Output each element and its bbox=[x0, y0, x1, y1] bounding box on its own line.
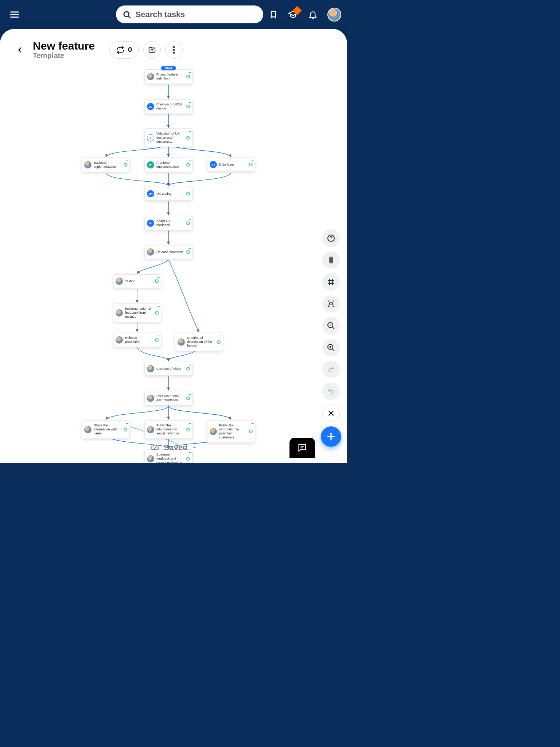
node-menu-icon[interactable]: ••• bbox=[158, 276, 159, 279]
svg-line-35 bbox=[332, 349, 334, 351]
node-validation[interactable]: ••• 2 Validation of UX design and custom… bbox=[144, 128, 192, 147]
node-share-social[interactable]: ••• Public the information on social net… bbox=[144, 420, 192, 439]
node-status-icon bbox=[124, 428, 127, 431]
node-project-definition[interactable]: Start ••• Project/feature definition bbox=[144, 69, 192, 84]
search-icon bbox=[122, 10, 131, 19]
repeat-count-button[interactable]: 0 bbox=[109, 41, 139, 59]
node-label: Release superdev bbox=[156, 250, 184, 254]
node-release-superdev[interactable]: ••• Release superdev bbox=[144, 245, 192, 259]
fit-button[interactable] bbox=[322, 295, 340, 313]
node-label: Adapt UX feedback bbox=[156, 219, 184, 227]
svg-line-4 bbox=[128, 16, 130, 18]
node-avatar bbox=[84, 426, 92, 433]
node-frontend[interactable]: ••• TP Frontend implementation bbox=[144, 158, 192, 172]
grid-icon bbox=[327, 278, 335, 286]
node-label: Public the information to potential cust… bbox=[219, 423, 247, 440]
add-node-fab[interactable] bbox=[321, 426, 341, 447]
node-menu-icon[interactable]: ••• bbox=[252, 422, 253, 425]
redo-icon bbox=[326, 366, 336, 373]
node-ux-testing[interactable]: ••• MN UX testing bbox=[144, 187, 192, 201]
node-avatar bbox=[147, 248, 154, 256]
node-avatar bbox=[210, 428, 217, 435]
node-description[interactable]: ••• Creation of description of the featu… bbox=[175, 333, 223, 351]
menu-button[interactable] bbox=[6, 9, 23, 20]
node-label: Creation of UX/UI design bbox=[156, 102, 184, 111]
node-menu-icon[interactable]: ••• bbox=[189, 188, 191, 191]
more-button[interactable] bbox=[165, 41, 183, 59]
node-avatar: DV bbox=[147, 103, 154, 110]
canvas-tool-rail bbox=[321, 229, 341, 447]
export-button[interactable] bbox=[143, 41, 161, 59]
node-avatar: DV bbox=[147, 220, 154, 227]
node-status-icon bbox=[217, 340, 221, 344]
node-menu-icon[interactable]: ••• bbox=[189, 247, 191, 250]
node-impl-feedback[interactable]: ••• Implementation of feedback from test… bbox=[113, 303, 161, 322]
node-menu-icon[interactable]: ••• bbox=[189, 217, 191, 221]
node-menu-icon[interactable]: ••• bbox=[158, 305, 159, 308]
node-label: Creation of description of the feature bbox=[187, 336, 215, 348]
close-tools-button[interactable] bbox=[322, 405, 340, 422]
start-badge: Start bbox=[161, 66, 176, 70]
academy-button[interactable] bbox=[288, 9, 298, 20]
node-label: Creation of final documentation bbox=[156, 394, 184, 402]
node-video[interactable]: ••• Creation of video bbox=[144, 362, 192, 376]
node-menu-icon[interactable]: ••• bbox=[189, 101, 191, 104]
redo-button[interactable] bbox=[322, 361, 340, 378]
node-status-icon bbox=[155, 338, 159, 342]
svg-point-6 bbox=[173, 46, 175, 47]
chevron-down-icon[interactable] bbox=[191, 445, 198, 450]
close-icon bbox=[327, 410, 335, 417]
search-field[interactable] bbox=[116, 5, 263, 23]
traffic-button[interactable] bbox=[322, 251, 340, 269]
node-status-icon bbox=[186, 105, 190, 108]
grid-button[interactable] bbox=[322, 273, 340, 291]
node-final-docs[interactable]: ••• Creation of final documentation bbox=[144, 391, 192, 406]
node-menu-icon[interactable]: ••• bbox=[126, 159, 128, 162]
node-data-layer[interactable]: ••• DV Data layer bbox=[207, 158, 255, 171]
zoom-out-button[interactable] bbox=[322, 317, 340, 334]
svg-point-8 bbox=[173, 52, 175, 53]
node-share-customers[interactable]: ••• Public the information to potential … bbox=[207, 420, 255, 443]
node-testing[interactable]: ••• Testing bbox=[113, 274, 161, 288]
node-release-production[interactable]: ••• Release production bbox=[113, 333, 161, 347]
back-button[interactable] bbox=[15, 45, 26, 55]
node-label: Validation of UX design and custome… bbox=[156, 132, 184, 144]
node-menu-icon[interactable]: ••• bbox=[126, 422, 128, 425]
node-avatar bbox=[178, 338, 185, 346]
help-button[interactable] bbox=[322, 229, 340, 247]
node-menu-icon[interactable]: ••• bbox=[189, 422, 191, 425]
zoom-in-icon bbox=[327, 343, 335, 352]
node-ux-ui-design[interactable]: ••• DV Creation of UX/UI design bbox=[144, 99, 192, 114]
node-menu-icon[interactable]: ••• bbox=[189, 159, 191, 162]
profile-avatar[interactable] bbox=[327, 8, 341, 22]
node-adapt-feedback[interactable]: ••• DV Adapt UX feedback bbox=[144, 216, 192, 231]
node-menu-icon[interactable]: ••• bbox=[158, 334, 159, 337]
node-label: Customer feedback and project evaluation bbox=[156, 453, 184, 463]
node-menu-icon[interactable]: ••• bbox=[219, 334, 221, 337]
undo-button[interactable] bbox=[322, 383, 340, 400]
node-menu-icon[interactable]: ••• bbox=[189, 392, 191, 396]
node-avatar: MN bbox=[147, 190, 154, 197]
node-avatar bbox=[147, 426, 154, 433]
node-status-icon bbox=[186, 192, 190, 196]
node-menu-icon[interactable]: ••• bbox=[189, 71, 191, 74]
node-menu-icon[interactable]: ••• bbox=[189, 130, 191, 133]
node-status-icon bbox=[186, 250, 190, 254]
node-menu-icon[interactable]: ••• bbox=[252, 159, 253, 162]
node-backend[interactable]: ••• Backend implementation bbox=[82, 158, 130, 172]
search-input[interactable] bbox=[135, 9, 257, 20]
bookmark-icon bbox=[269, 9, 278, 20]
node-menu-icon[interactable]: ••• bbox=[189, 363, 191, 367]
node-status-icon bbox=[249, 430, 253, 433]
node-avatar bbox=[147, 365, 154, 372]
node-status-icon bbox=[186, 163, 190, 167]
flow-canvas[interactable]: Start ••• Project/feature definition •••… bbox=[0, 67, 347, 463]
bookmarks-button[interactable] bbox=[268, 9, 279, 20]
header-actions: 0 bbox=[109, 41, 183, 59]
title-block: New feature Template bbox=[33, 40, 95, 60]
notifications-button[interactable] bbox=[308, 9, 318, 20]
zoom-in-button[interactable] bbox=[322, 339, 340, 356]
saved-label: Saved bbox=[164, 443, 188, 452]
chat-button[interactable] bbox=[289, 438, 315, 458]
node-share-users[interactable]: ••• Share the information with users bbox=[82, 420, 130, 439]
